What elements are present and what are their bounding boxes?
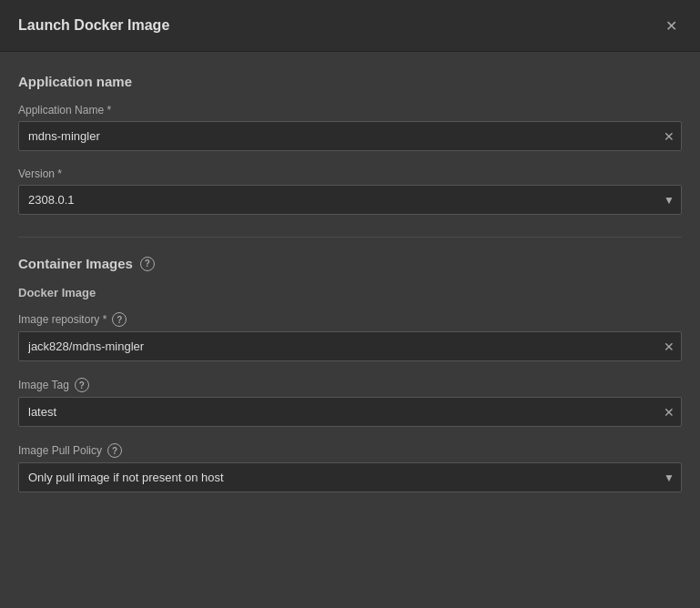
image-repo-label: Image repository * ? bbox=[18, 312, 682, 327]
image-tag-form-group: Image Tag ? ✕ bbox=[18, 378, 682, 427]
container-images-section: Container Images ? Docker Image Image re… bbox=[18, 256, 682, 492]
image-repo-form-group: Image repository * ? ✕ bbox=[18, 312, 682, 361]
version-select-wrapper: 2308.0.1 2307.0.1 2306.0.1 ▼ bbox=[18, 185, 682, 215]
docker-image-subtitle: Docker Image bbox=[18, 286, 682, 299]
close-icon: ✕ bbox=[665, 17, 677, 35]
image-repo-field-wrapper: ✕ bbox=[18, 331, 682, 361]
clear-icon-repo: ✕ bbox=[664, 339, 675, 354]
modal-body: Application name Application Name * ✕ Ve… bbox=[0, 52, 700, 536]
image-tag-help-icon[interactable]: ? bbox=[75, 378, 89, 392]
app-name-field-wrapper: ✕ bbox=[18, 121, 682, 151]
modal-title: Launch Docker Image bbox=[18, 17, 169, 34]
application-name-section: Application name Application Name * ✕ Ve… bbox=[18, 74, 682, 215]
container-images-help-icon[interactable]: ? bbox=[140, 257, 155, 271]
app-name-clear-button[interactable]: ✕ bbox=[664, 129, 675, 144]
version-label: Version * bbox=[18, 167, 682, 180]
image-repo-clear-button[interactable]: ✕ bbox=[664, 339, 675, 354]
image-tag-input[interactable] bbox=[18, 397, 682, 427]
modal-header: Launch Docker Image ✕ bbox=[0, 0, 700, 52]
image-pull-policy-select-wrapper: Only pull image if not present on host A… bbox=[18, 462, 682, 492]
image-tag-field-wrapper: ✕ bbox=[18, 397, 682, 427]
clear-icon-tag: ✕ bbox=[664, 405, 675, 420]
image-tag-clear-button[interactable]: ✕ bbox=[664, 405, 675, 420]
app-name-label: Application Name * bbox=[18, 104, 682, 117]
app-name-input[interactable] bbox=[18, 121, 682, 151]
launch-docker-modal: Launch Docker Image ✕ Application name A… bbox=[0, 0, 700, 608]
image-pull-policy-form-group: Image Pull Policy ? Only pull image if n… bbox=[18, 443, 682, 492]
section-divider bbox=[18, 237, 682, 238]
clear-icon: ✕ bbox=[664, 129, 675, 144]
image-repo-help-icon[interactable]: ? bbox=[112, 312, 127, 327]
image-repo-input[interactable] bbox=[18, 331, 682, 361]
container-images-section-title: Container Images ? bbox=[18, 256, 682, 271]
app-name-form-group: Application Name * ✕ bbox=[18, 104, 682, 151]
application-name-section-title: Application name bbox=[18, 74, 682, 89]
modal-close-button[interactable]: ✕ bbox=[660, 15, 682, 36]
image-pull-policy-select[interactable]: Only pull image if not present on host A… bbox=[18, 462, 682, 492]
image-pull-policy-help-icon[interactable]: ? bbox=[107, 443, 122, 458]
version-select[interactable]: 2308.0.1 2307.0.1 2306.0.1 bbox=[18, 185, 682, 215]
image-pull-policy-label: Image Pull Policy ? bbox=[18, 443, 682, 458]
image-tag-label: Image Tag ? bbox=[18, 378, 682, 392]
version-form-group: Version * 2308.0.1 2307.0.1 2306.0.1 ▼ bbox=[18, 167, 682, 215]
